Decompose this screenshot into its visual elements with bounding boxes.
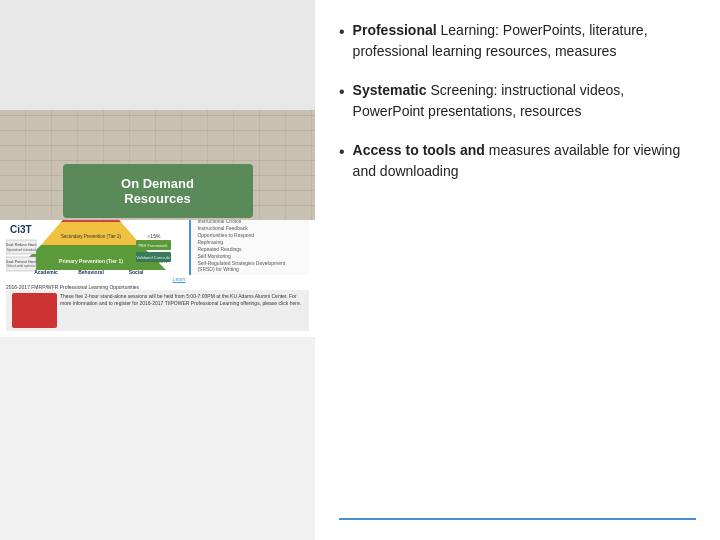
bullet-item-access: • Access to tools and measures available… xyxy=(339,140,696,182)
bottom-underline xyxy=(339,518,696,520)
svg-text:Secondary Prevention (Tier 2): Secondary Prevention (Tier 2) xyxy=(61,234,121,239)
logo-area: Ci3T xyxy=(6,220,36,239)
svg-text:Validated Curricula: Validated Curricula xyxy=(136,255,170,260)
left-panel: On Demand Resources Ci3T Home About Buil… xyxy=(0,0,315,540)
intervention-item-12: Self Monitoring xyxy=(197,252,303,259)
bullet-content-systematic: Systematic Screening: instructional vide… xyxy=(353,80,696,122)
intervention-item-10: Rephrasing xyxy=(197,238,303,245)
svg-text:Academic: Academic xyxy=(34,269,58,275)
bullet-dot-1: • xyxy=(339,22,345,41)
svg-text:PBS Framework: PBS Framework xyxy=(138,243,167,248)
screenshot-container: On Demand Resources Ci3T Home About Buil… xyxy=(0,110,315,540)
logo-text: Ci3T xyxy=(10,224,32,235)
svg-text:Social: Social xyxy=(129,269,144,275)
on-demand-resources-button[interactable]: On Demand Resources xyxy=(63,164,253,218)
svg-text:Primary Prevention (Tier 1): Primary Prevention (Tier 1) xyxy=(59,258,123,264)
intervention-item-9: Opportunities to Respond xyxy=(197,231,303,238)
svg-text:Goal: Reduce Harm: Goal: Reduce Harm xyxy=(6,243,37,247)
bullet-heading-professional: Professional xyxy=(353,22,437,38)
bottom-description: These five 2-hour stand-alone sessions w… xyxy=(60,293,303,328)
bullet-content-access: Access to tools and measures available f… xyxy=(353,140,696,182)
bullet-heading-access: Access to tools and xyxy=(353,142,485,158)
bullet-item-systematic: • Systematic Screening: instructional vi… xyxy=(339,80,696,122)
bottom-thumbnail xyxy=(12,293,57,328)
learn-link[interactable]: Learn xyxy=(6,276,185,282)
bullet-dot-2: • xyxy=(339,82,345,101)
intervention-item-13: Self-Regulated Strategies Development (S… xyxy=(197,259,303,272)
bottom-strip: These five 2-hour stand-alone sessions w… xyxy=(6,290,309,331)
svg-text:Behavioral: Behavioral xyxy=(78,269,104,275)
right-panel: • Professional Learning: PowerPoints, li… xyxy=(315,0,720,540)
session-info: 2016-2017 FMRP/WFR Professional Learning… xyxy=(6,284,185,290)
bullet-heading-systematic: Systematic xyxy=(353,82,427,98)
svg-text:School-wide systems: School-wide systems xyxy=(7,264,36,268)
intervention-item-8: Instructional Feedback xyxy=(197,224,303,231)
bullet-item-professional: • Professional Learning: PowerPoints, li… xyxy=(339,20,696,62)
svg-text:Specialized individual: Specialized individual xyxy=(7,248,36,252)
intervention-item-11: Repeated Readings xyxy=(197,245,303,252)
bullet-content-professional: Professional Learning: PowerPoints, lite… xyxy=(353,20,696,62)
svg-text:≈15%: ≈15% xyxy=(148,233,161,239)
bullet-dot-3: • xyxy=(339,142,345,161)
